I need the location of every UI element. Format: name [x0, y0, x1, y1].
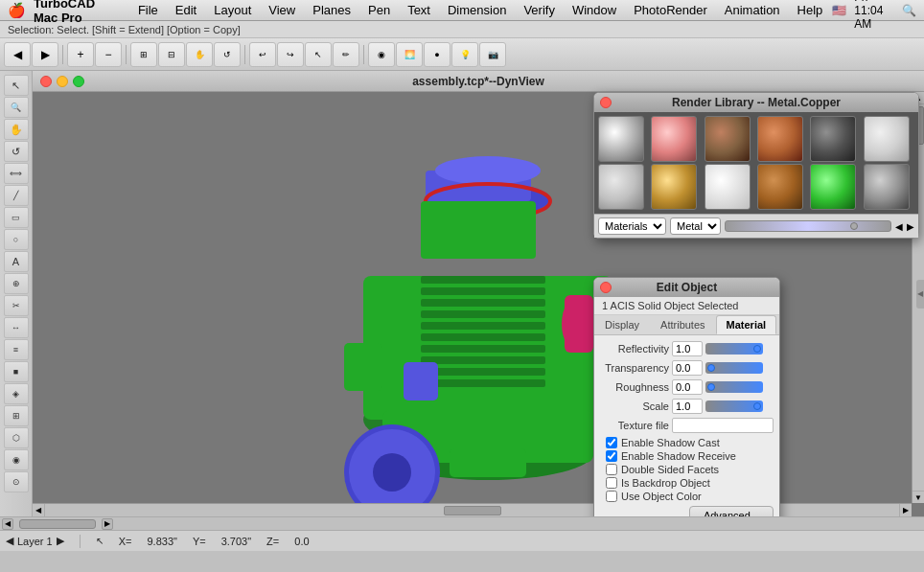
swatch-white-metal[interactable] [705, 164, 751, 210]
menu-layout[interactable]: Layout [206, 1, 259, 19]
menu-text[interactable]: Text [400, 1, 438, 19]
tool-3dview[interactable]: ⬡ [4, 427, 29, 448]
tool-modify[interactable]: ⊞ [4, 405, 29, 426]
texture-input[interactable] [672, 418, 774, 433]
render-nav-left[interactable]: ◀ [895, 221, 903, 232]
toolbar-zoom-in[interactable]: + [67, 42, 94, 67]
app-name[interactable]: TurboCAD Mac Pro [34, 0, 121, 25]
tab-material[interactable]: Material [716, 315, 777, 334]
menu-edit[interactable]: Edit [168, 1, 204, 19]
tool-trim[interactable]: ✂ [4, 295, 29, 316]
roughness-thumb[interactable] [707, 383, 715, 391]
backdrop-checkbox[interactable] [606, 477, 617, 489]
tool-dim[interactable]: ↔ [4, 317, 29, 338]
layer-nav-left[interactable]: ◀ [6, 535, 13, 547]
transparency-slider[interactable] [705, 362, 763, 374]
expand-tab[interactable]: ◀ [916, 280, 924, 309]
tool-render[interactable]: ◉ [4, 449, 29, 470]
toolbar-zoom-window[interactable]: ⊟ [158, 42, 185, 67]
scale-thumb[interactable] [753, 402, 761, 410]
menu-photorender[interactable]: PhotoRender [626, 1, 715, 19]
roughness-input[interactable] [672, 379, 703, 395]
render-subcategory-select[interactable]: Metal [670, 217, 721, 235]
tool-rotate[interactable]: ↺ [4, 141, 29, 162]
tool-zoom[interactable]: 🔍 [4, 97, 29, 118]
roughness-slider[interactable] [705, 381, 763, 393]
render-nav-right[interactable]: ▶ [907, 221, 914, 232]
tool-solid[interactable]: ■ [4, 361, 29, 382]
menu-pen[interactable]: Pen [360, 1, 398, 19]
swatch-silver2[interactable] [598, 164, 644, 210]
transparency-input[interactable] [672, 360, 703, 376]
toolbar-pan[interactable]: ✋ [186, 42, 213, 67]
swatch-pink-metal[interactable] [651, 116, 697, 162]
render-category-select[interactable]: Materials [598, 217, 666, 235]
scale-slider[interactable] [705, 400, 763, 412]
minimize-dot[interactable] [57, 76, 68, 87]
scroll-down-btn[interactable]: ▼ [912, 491, 925, 503]
tool-line[interactable]: ╱ [4, 185, 29, 206]
tool-surface[interactable]: ◈ [4, 383, 29, 404]
bottom-scroll-right[interactable]: ▶ [102, 518, 113, 530]
reflectivity-thumb[interactable] [753, 345, 761, 353]
toolbar-undo[interactable]: ↩ [249, 42, 276, 67]
swatch-bronze[interactable] [757, 164, 803, 210]
layer-nav-right[interactable]: ▶ [57, 535, 64, 547]
menu-window[interactable]: Window [565, 1, 624, 19]
menu-planes[interactable]: Planes [305, 1, 358, 19]
maximize-dot[interactable] [73, 76, 84, 87]
shadow-receive-checkbox[interactable] [606, 450, 617, 462]
swatch-silver[interactable] [598, 116, 644, 162]
shadow-cast-checkbox[interactable] [606, 437, 617, 448]
tool-select[interactable]: ↖ [4, 75, 29, 96]
scroll-thumb-h[interactable] [444, 506, 501, 515]
render-slider-track[interactable] [725, 220, 891, 232]
edit-object-close[interactable] [600, 282, 612, 293]
use-color-checkbox[interactable] [606, 491, 617, 502]
transparency-thumb[interactable] [707, 364, 715, 372]
swatch-dark-silver[interactable] [864, 164, 910, 210]
search-icon[interactable]: 🔍 [902, 4, 916, 17]
toolbar-back[interactable]: ◀ [4, 42, 31, 67]
menu-file[interactable]: File [130, 1, 166, 19]
tool-rect[interactable]: ▭ [4, 207, 29, 228]
reflectivity-slider[interactable] [705, 343, 763, 355]
tool-measure[interactable]: ⟺ [4, 163, 29, 184]
toolbar-zoom-out[interactable]: − [95, 42, 122, 67]
close-dot[interactable] [40, 76, 52, 87]
tool-hatch[interactable]: ≡ [4, 339, 29, 360]
render-slider-thumb[interactable] [850, 222, 858, 230]
menu-dimension[interactable]: Dimension [440, 1, 514, 19]
tool-pan[interactable]: ✋ [4, 119, 29, 140]
double-sided-checkbox[interactable] [606, 464, 617, 475]
toolbar-camera[interactable]: 📷 [479, 42, 506, 67]
tool-auto[interactable]: ⊕ [4, 273, 29, 294]
toolbar-render-btn[interactable]: ◉ [368, 42, 395, 67]
render-library-close[interactable] [600, 97, 612, 108]
tab-display[interactable]: Display [594, 315, 650, 334]
toolbar-zoom-fit[interactable]: ⊞ [130, 42, 157, 67]
advanced-button[interactable]: Advanced... [689, 506, 774, 516]
bottom-scroll-left[interactable]: ◀ [2, 518, 13, 530]
toolbar-forward[interactable]: ▶ [32, 42, 58, 67]
tool-circle[interactable]: ○ [4, 229, 29, 250]
toolbar-photorender[interactable]: 🌅 [396, 42, 423, 67]
swatch-copper[interactable] [757, 116, 803, 162]
toolbar-select[interactable]: ↖ [305, 42, 332, 67]
toolbar-draw[interactable]: ✏ [333, 42, 359, 67]
toolbar-rotate-3d[interactable]: ↺ [214, 42, 241, 67]
menu-view[interactable]: View [261, 1, 303, 19]
toolbar-redo[interactable]: ↪ [277, 42, 304, 67]
canvas-area[interactable]: assembly.tcp*--DynView [33, 71, 924, 516]
swatch-light-silver[interactable] [864, 116, 910, 162]
toolbar-material[interactable]: ● [424, 42, 450, 67]
swatch-brown[interactable] [705, 116, 751, 162]
menu-animation[interactable]: Animation [717, 1, 788, 19]
tab-attributes[interactable]: Attributes [650, 315, 715, 334]
menu-verify[interactable]: Verify [516, 1, 563, 19]
apple-menu[interactable]: 🍎 [8, 2, 26, 19]
scroll-h-thumb[interactable] [19, 519, 96, 529]
swatch-green[interactable] [810, 164, 856, 210]
swatch-dark-metal[interactable] [810, 116, 856, 162]
toolbar-light[interactable]: 💡 [451, 42, 478, 67]
